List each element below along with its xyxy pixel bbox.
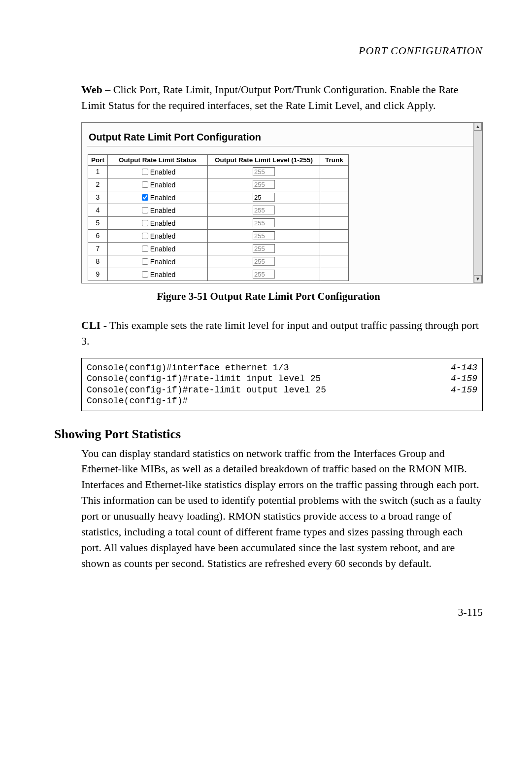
cli-intro: CLI - This example sets the rate limit l…	[81, 317, 483, 349]
cell-level	[208, 178, 320, 191]
enabled-checkbox[interactable]	[142, 246, 148, 252]
cell-level	[208, 165, 320, 178]
cli-command: Console(config-if)#rate-limit output lev…	[87, 385, 326, 396]
enabled-checkbox[interactable]	[142, 181, 148, 188]
enabled-label: Enabled	[150, 232, 175, 240]
cli-intro-lead: CLI	[81, 319, 100, 331]
cell-level	[208, 216, 320, 229]
rate-limit-table: Port Output Rate Limit Status Output Rat…	[88, 154, 349, 281]
cell-port: 3	[88, 191, 108, 204]
cell-level	[208, 242, 320, 255]
table-row: 5Enabled	[88, 216, 349, 229]
table-row: 9Enabled	[88, 268, 349, 281]
cell-level	[208, 255, 320, 268]
table-row: 2Enabled	[88, 178, 349, 191]
enabled-checkbox[interactable]	[142, 220, 148, 226]
enabled-label: Enabled	[150, 168, 175, 176]
th-status: Output Rate Limit Status	[108, 154, 208, 165]
section-heading: Showing Port Statistics	[54, 427, 483, 442]
th-port: Port	[88, 154, 108, 165]
intro-lead: Web	[81, 83, 102, 96]
cell-port: 6	[88, 229, 108, 242]
level-input[interactable]	[253, 270, 275, 279]
level-input[interactable]	[253, 193, 275, 202]
cell-level	[208, 204, 320, 216]
cell-trunk	[320, 165, 349, 178]
cli-page-ref	[467, 395, 477, 407]
enabled-label: Enabled	[150, 245, 175, 252]
cell-level	[208, 191, 320, 204]
cli-command: Console(config)#interface ethernet 1/3	[87, 362, 289, 374]
cell-trunk	[320, 229, 349, 242]
table-row: 1Enabled	[88, 165, 349, 178]
enabled-checkbox[interactable]	[142, 207, 148, 213]
cell-trunk	[320, 268, 349, 281]
cli-page-ref: 4-143	[441, 362, 477, 374]
th-level: Output Rate Limit Level (1-255)	[208, 154, 320, 165]
cell-status: Enabled	[108, 216, 208, 229]
cli-page-ref: 4-159	[441, 373, 477, 385]
enabled-label: Enabled	[150, 193, 175, 201]
cell-port: 1	[88, 165, 108, 178]
level-input[interactable]	[253, 206, 275, 214]
enabled-label: Enabled	[150, 219, 175, 227]
running-header: PORT CONFIGURATION	[54, 44, 483, 57]
cli-command: Console(config-if)#rate-limit input leve…	[87, 373, 321, 385]
cell-port: 8	[88, 255, 108, 268]
cell-port: 7	[88, 242, 108, 255]
th-trunk: Trunk	[320, 154, 349, 165]
level-input[interactable]	[253, 180, 275, 189]
cell-trunk	[320, 216, 349, 229]
panel-title: Output Rate Limit Port Configuration	[89, 132, 474, 143]
enabled-label: Enabled	[150, 270, 175, 278]
level-input[interactable]	[253, 167, 275, 176]
panel-divider	[87, 146, 474, 146]
cell-level	[208, 268, 320, 281]
intro-paragraph: Web – Click Port, Rate Limit, Input/Outp…	[81, 82, 483, 113]
cell-trunk	[320, 242, 349, 255]
cell-port: 9	[88, 268, 108, 281]
scroll-up-icon[interactable]: ▲	[474, 123, 482, 131]
cli-intro-rest: - This example sets the rate limit level…	[81, 319, 479, 347]
cell-trunk	[320, 204, 349, 216]
level-input[interactable]	[253, 231, 275, 240]
cli-line: Console(config-if)#rate-limit output lev…	[87, 385, 477, 396]
table-row: 6Enabled	[88, 229, 349, 242]
level-input[interactable]	[253, 257, 275, 266]
cell-status: Enabled	[108, 268, 208, 281]
section-body: You can display standard statistics on n…	[81, 446, 483, 571]
cli-command: Console(config-if)#	[87, 395, 188, 407]
rate-limit-panel: Output Rate Limit Port Configuration Por…	[81, 122, 483, 283]
cli-line: Console(config)#interface ethernet 1/34-…	[87, 362, 477, 374]
enabled-label: Enabled	[150, 257, 175, 265]
enabled-checkbox[interactable]	[142, 194, 148, 201]
intro-rest: Click Port, Rate Limit, Input/Output Por…	[81, 83, 458, 111]
cell-status: Enabled	[108, 178, 208, 191]
cell-status: Enabled	[108, 242, 208, 255]
enabled-label: Enabled	[150, 206, 175, 214]
enabled-checkbox[interactable]	[142, 271, 148, 278]
page-number: 3-115	[54, 606, 483, 619]
cell-port: 2	[88, 178, 108, 191]
vertical-scrollbar[interactable]: ▲ ▼	[473, 123, 482, 283]
cli-line: Console(config-if)#	[87, 395, 477, 407]
enabled-checkbox[interactable]	[142, 258, 148, 265]
cell-status: Enabled	[108, 229, 208, 242]
table-row: 7Enabled	[88, 242, 349, 255]
cell-level	[208, 229, 320, 242]
table-row: 3Enabled	[88, 191, 349, 204]
figure-caption: Figure 3-51 Output Rate Limit Port Confi…	[54, 290, 483, 303]
scroll-down-icon[interactable]: ▼	[474, 275, 482, 283]
cell-status: Enabled	[108, 255, 208, 268]
enabled-label: Enabled	[150, 180, 175, 188]
level-input[interactable]	[253, 244, 275, 253]
cell-trunk	[320, 255, 349, 268]
cell-status: Enabled	[108, 165, 208, 178]
cell-port: 5	[88, 216, 108, 229]
enabled-checkbox[interactable]	[142, 169, 148, 175]
level-input[interactable]	[253, 218, 275, 227]
cli-page-ref: 4-159	[441, 385, 477, 396]
cell-status: Enabled	[108, 191, 208, 204]
intro-dash: –	[102, 83, 113, 96]
enabled-checkbox[interactable]	[142, 233, 148, 239]
